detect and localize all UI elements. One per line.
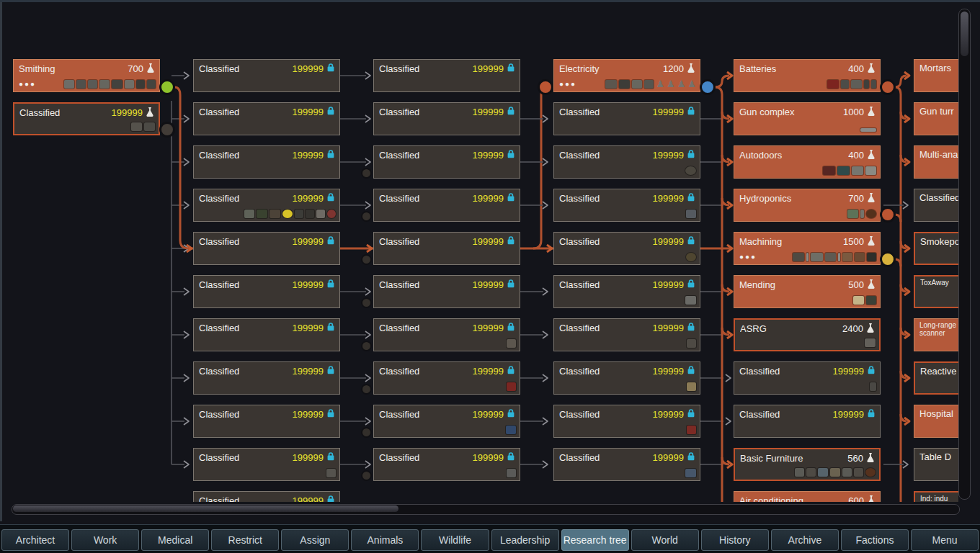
research-node-classified[interactable]: Classified199999 <box>193 189 340 222</box>
research-node-multi-ana[interactable]: Multi-ana <box>914 145 958 179</box>
research-node-classified[interactable]: Classified199999 <box>553 448 700 481</box>
research-node-classified[interactable]: Classified199999 <box>193 145 340 179</box>
research-node-classified[interactable]: Classified199999 <box>553 405 700 438</box>
research-node-classified[interactable]: Classified199999 <box>373 448 520 481</box>
research-node-classified[interactable]: Classified199999 <box>373 361 520 395</box>
node-item-icons <box>559 210 696 218</box>
lock-icon <box>507 322 515 333</box>
research-node-classified[interactable]: Classified199999 <box>13 102 160 135</box>
research-node-basic-furniture[interactable]: Basic Furniture560 <box>734 448 881 481</box>
research-node-classified[interactable]: Classified199999 <box>373 232 520 265</box>
tab-animals[interactable]: Animals <box>351 529 419 551</box>
research-node-classified[interactable]: Classified199999 <box>553 275 700 308</box>
research-tree-canvas[interactable]: Smithing700●●●Classified199999Classified… <box>0 0 958 502</box>
node-title: Classified <box>379 193 470 204</box>
research-node-classified[interactable]: Classified199999 <box>193 275 340 308</box>
research-node-classified[interactable]: Classified199999 <box>373 189 520 222</box>
research-node-long-range-scanner[interactable]: Long-range scanner <box>914 318 958 351</box>
lock-icon <box>507 365 515 377</box>
research-node-classified[interactable]: Classified199999 <box>193 405 340 438</box>
research-node-classified[interactable]: Classified199999 <box>553 145 700 179</box>
research-node-classified[interactable]: Classified199999 <box>193 361 340 395</box>
research-node-smithing[interactable]: Smithing700●●● <box>13 59 160 92</box>
research-node-smokepo[interactable]: Smokepo <box>914 232 958 265</box>
research-node-classified[interactable]: Classified199999 <box>553 102 700 135</box>
tab-research-tree[interactable]: Research tree <box>561 529 629 551</box>
research-node-classified[interactable]: Classified199999 <box>553 189 700 222</box>
vertical-scrollbar[interactable] <box>958 9 971 500</box>
research-node-classified[interactable]: Classified199999 <box>373 102 520 135</box>
vertical-scrollbar-thumb[interactable] <box>961 12 968 56</box>
tab-work[interactable]: Work <box>71 529 139 551</box>
research-node-classified[interactable]: Classified199999 <box>193 59 340 92</box>
tab-leadership[interactable]: Leadership <box>491 529 559 551</box>
research-node-classified[interactable]: Classified199999 <box>193 102 340 135</box>
research-node-mortars[interactable]: Mortars <box>914 59 958 92</box>
item-icon <box>244 210 254 218</box>
node-cost: 199999 <box>473 452 504 463</box>
tab-factions[interactable]: Factions <box>841 529 909 551</box>
research-node-classified[interactable]: Classified199999 <box>373 405 520 438</box>
node-title: Classified <box>379 323 470 333</box>
research-node-gun-complex[interactable]: Gun complex1000 <box>734 102 881 135</box>
node-cost: 199999 <box>473 366 504 377</box>
tab-world[interactable]: World <box>631 529 699 551</box>
research-node-gun-turr[interactable]: Gun turr <box>914 102 958 135</box>
research-node-classified[interactable]: Classified <box>914 189 958 222</box>
research-node-mending[interactable]: Mending500 <box>734 275 881 308</box>
research-node-table-d[interactable]: Table D <box>914 448 958 481</box>
research-node-classified[interactable]: Classified199999 <box>553 361 700 395</box>
item-icon <box>865 338 876 347</box>
tab-history[interactable]: History <box>701 529 769 551</box>
tab-assign[interactable]: Assign <box>281 529 349 551</box>
tab-menu[interactable]: Menu <box>911 529 979 551</box>
node-title: ToxAway <box>920 279 958 287</box>
horizontal-scrollbar[interactable] <box>12 504 960 515</box>
research-node-hydroponics[interactable]: Hydroponics700 <box>734 189 881 222</box>
horizontal-scrollbar-thumb[interactable] <box>13 505 398 512</box>
research-node-classified[interactable]: Classified199999 <box>193 318 340 351</box>
node-item-icons <box>559 339 696 348</box>
research-node-classified[interactable]: Classified199999 <box>734 361 881 395</box>
item-icon <box>619 80 630 89</box>
research-node-hospital[interactable]: Hospital <box>914 405 958 438</box>
ellipsis-icon: ●●● <box>559 81 576 88</box>
research-node-classified[interactable]: Classified199999 <box>193 491 340 502</box>
research-node-classified[interactable]: Classified199999 <box>553 232 700 265</box>
research-node-autodoors[interactable]: Autodoors400 <box>734 145 881 179</box>
tab-archive[interactable]: Archive <box>771 529 839 551</box>
hidden-node-dot <box>361 384 372 395</box>
research-node-classified[interactable]: Classified199999 <box>193 232 340 265</box>
node-cost: 1500 <box>843 236 864 247</box>
research-node-classified[interactable]: Classified199999 <box>734 405 881 438</box>
research-node-batteries[interactable]: Batteries400 <box>734 59 881 92</box>
node-item-icons <box>559 296 696 305</box>
node-title: Classified <box>199 279 290 290</box>
research-node-classified[interactable]: Classified199999 <box>373 275 520 308</box>
research-node-classified[interactable]: Classified199999 <box>373 318 520 351</box>
lock-icon <box>326 279 335 290</box>
tab-restrict[interactable]: Restrict <box>211 529 279 551</box>
item-icon <box>507 382 516 391</box>
item-icon <box>506 426 516 434</box>
tab-architect[interactable]: Architect <box>1 529 69 551</box>
research-node-electricity[interactable]: Electricity1200●●●♟♟♟♟ <box>553 59 700 92</box>
research-node-machining[interactable]: Machining1500●●● <box>734 232 881 265</box>
research-node-air-conditioning[interactable]: Air conditioning600 <box>734 491 881 502</box>
node-item-icons <box>919 123 958 132</box>
research-node-asrg[interactable]: ASRG2400 <box>734 318 881 351</box>
research-node-reactive[interactable]: Reactive <box>914 361 958 395</box>
research-flask-icon <box>867 495 876 502</box>
node-item-icons <box>559 166 696 175</box>
node-cost: 199999 <box>473 63 504 74</box>
research-node-toxaway[interactable]: ToxAway <box>914 275 958 308</box>
lock-icon <box>326 495 335 502</box>
tab-wildlife[interactable]: Wildlife <box>421 529 489 551</box>
tab-medical[interactable]: Medical <box>141 529 209 551</box>
research-node-classified[interactable]: Classified199999 <box>373 59 520 92</box>
lock-icon <box>326 322 335 333</box>
research-node-classified[interactable]: Classified199999 <box>193 448 340 481</box>
research-node-ind-indu[interactable]: Ind: indu <box>914 491 958 502</box>
research-node-classified[interactable]: Classified199999 <box>373 145 520 179</box>
research-node-classified[interactable]: Classified199999 <box>553 318 700 351</box>
